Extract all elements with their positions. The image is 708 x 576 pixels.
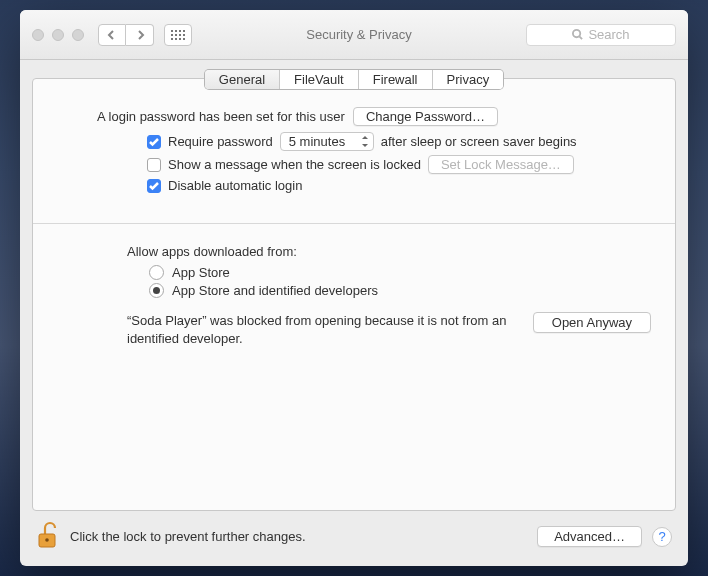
require-password-checkbox[interactable]	[147, 135, 161, 149]
radio-appstore[interactable]	[149, 265, 164, 280]
show-all-button[interactable]	[164, 24, 192, 46]
disable-auto-login-row: Disable automatic login	[147, 178, 651, 193]
tab-general[interactable]: General	[205, 70, 280, 89]
show-message-label: Show a message when the screen is locked	[168, 157, 421, 172]
search-icon	[572, 29, 583, 40]
zoom-icon[interactable]	[72, 29, 84, 41]
radio-appstore-label: App Store	[172, 265, 230, 280]
set-lock-message-button: Set Lock Message…	[428, 155, 574, 174]
grid-icon	[171, 30, 185, 40]
tabs: General FileVault Firewall Privacy	[32, 70, 676, 89]
blocked-app-row: “Soda Player” was blocked from opening b…	[127, 312, 651, 348]
forward-button[interactable]	[126, 24, 154, 46]
radio-identified-label: App Store and identified developers	[172, 283, 378, 298]
lock-text: Click the lock to prevent further change…	[70, 529, 527, 544]
svg-point-0	[573, 30, 580, 37]
window-controls	[32, 29, 84, 41]
show-message-checkbox[interactable]	[147, 158, 161, 172]
check-icon	[149, 137, 159, 147]
blocked-app-message: “Soda Player” was blocked from opening b…	[127, 312, 519, 348]
search-placeholder: Search	[588, 27, 629, 42]
nav-buttons	[98, 24, 154, 46]
disable-auto-login-label: Disable automatic login	[168, 178, 302, 193]
content-area: General FileVault Firewall Privacy A log…	[20, 60, 688, 511]
disable-auto-login-checkbox[interactable]	[147, 179, 161, 193]
lock-button[interactable]	[36, 521, 60, 552]
radio-identified[interactable]	[149, 283, 164, 298]
allow-apps-option-appstore[interactable]: App Store	[149, 265, 651, 280]
help-icon: ?	[658, 529, 665, 544]
preferences-window: Security & Privacy Search General FileVa…	[20, 10, 688, 566]
close-icon[interactable]	[32, 29, 44, 41]
help-button[interactable]: ?	[652, 527, 672, 547]
require-password-delay-select[interactable]: 5 minutes	[280, 132, 374, 151]
require-password-label-before: Require password	[168, 134, 273, 149]
lock-open-icon	[36, 521, 60, 549]
minimize-icon[interactable]	[52, 29, 64, 41]
allow-apps-option-identified[interactable]: App Store and identified developers	[149, 283, 651, 298]
chevron-left-icon	[107, 30, 117, 40]
require-password-label-after: after sleep or screen saver begins	[381, 134, 577, 149]
toolbar: Security & Privacy Search	[20, 10, 688, 60]
tab-pane-general: A login password has been set for this u…	[32, 78, 676, 511]
show-message-row: Show a message when the screen is locked…	[147, 155, 651, 174]
separator	[33, 223, 675, 224]
advanced-button[interactable]: Advanced…	[537, 526, 642, 547]
tab-privacy[interactable]: Privacy	[433, 70, 504, 89]
svg-point-2	[45, 538, 49, 542]
open-anyway-button[interactable]: Open Anyway	[533, 312, 651, 333]
tab-firewall[interactable]: Firewall	[359, 70, 433, 89]
chevron-right-icon	[135, 30, 145, 40]
footer: Click the lock to prevent further change…	[20, 511, 688, 566]
require-password-delay-value: 5 minutes	[289, 134, 345, 149]
require-password-row: Require password 5 minutes after sleep o…	[147, 132, 651, 151]
search-input[interactable]: Search	[526, 24, 676, 46]
tab-filevault[interactable]: FileVault	[280, 70, 359, 89]
login-password-text: A login password has been set for this u…	[97, 109, 345, 124]
allow-apps-heading: Allow apps downloaded from:	[127, 244, 651, 259]
window-title: Security & Privacy	[202, 27, 516, 42]
change-password-button[interactable]: Change Password…	[353, 107, 498, 126]
back-button[interactable]	[98, 24, 126, 46]
check-icon	[149, 181, 159, 191]
